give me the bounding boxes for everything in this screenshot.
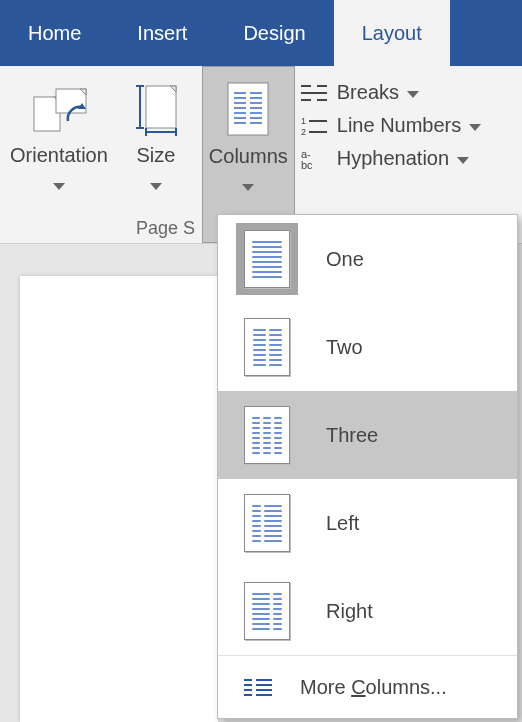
- tab-design[interactable]: Design: [215, 0, 333, 66]
- columns-option-one[interactable]: One: [218, 215, 517, 303]
- columns-right-icon: [236, 575, 298, 647]
- hyphenation-button[interactable]: a- bc Hyphenation: [295, 142, 486, 175]
- chevron-down-icon: [150, 173, 162, 196]
- columns-more-button[interactable]: More Columns...: [218, 656, 517, 718]
- ribbon-group-label: Page S: [136, 218, 195, 239]
- svg-marker-36: [407, 91, 419, 98]
- svg-marker-14: [150, 183, 162, 190]
- tab-label: Insert: [137, 22, 187, 45]
- hyphenation-icon: a- bc: [299, 148, 329, 170]
- svg-text:1: 1: [301, 116, 306, 126]
- columns-dropdown: One Two: [217, 214, 518, 719]
- hyphenation-label: Hyphenation: [337, 147, 449, 170]
- chevron-down-icon: [242, 174, 254, 197]
- columns-one-icon: [236, 223, 298, 295]
- more-columns-label: More Columns...: [300, 676, 447, 699]
- chevron-down-icon: [457, 147, 469, 170]
- tab-home[interactable]: Home: [0, 0, 109, 66]
- chevron-down-icon: [53, 173, 65, 196]
- breaks-icon: [299, 82, 329, 104]
- svg-marker-30: [242, 184, 254, 191]
- size-icon: [120, 74, 192, 142]
- breaks-button[interactable]: Breaks: [295, 76, 486, 109]
- line-numbers-label: Line Numbers: [337, 114, 462, 137]
- columns-option-three[interactable]: Three: [218, 391, 517, 479]
- chevron-down-icon: [407, 81, 419, 104]
- columns-two-icon: [236, 311, 298, 383]
- ribbon-tabbar: Home Insert Design Layout: [0, 0, 522, 66]
- document-page: [20, 276, 218, 722]
- more-columns-icon: [242, 677, 274, 697]
- tab-label: Home: [28, 22, 81, 45]
- tab-label: Layout: [362, 22, 422, 45]
- line-numbers-button[interactable]: 1 2 Line Numbers: [295, 109, 486, 142]
- columns-option-label: Three: [326, 424, 378, 447]
- columns-option-label: Right: [326, 600, 373, 623]
- svg-marker-44: [457, 157, 469, 164]
- svg-text:bc: bc: [301, 159, 313, 170]
- chevron-down-icon: [469, 114, 481, 137]
- columns-icon: [212, 75, 284, 143]
- svg-marker-41: [469, 124, 481, 131]
- columns-option-two[interactable]: Two: [218, 303, 517, 391]
- orientation-button[interactable]: Orientation: [0, 66, 114, 243]
- line-numbers-icon: 1 2: [299, 115, 329, 137]
- svg-text:2: 2: [301, 127, 306, 137]
- columns-option-left[interactable]: Left: [218, 479, 517, 567]
- orientation-icon: [23, 74, 95, 142]
- columns-option-label: Two: [326, 336, 363, 359]
- breaks-label: Breaks: [337, 81, 399, 104]
- columns-left-icon: [236, 487, 298, 559]
- orientation-label: Orientation: [10, 144, 108, 167]
- size-button[interactable]: Size: [114, 66, 198, 243]
- svg-marker-5: [53, 183, 65, 190]
- svg-rect-6: [146, 86, 176, 128]
- tab-label: Design: [243, 22, 305, 45]
- columns-label: Columns: [209, 145, 288, 168]
- columns-option-label: Left: [326, 512, 359, 535]
- columns-option-right[interactable]: Right: [218, 567, 517, 655]
- columns-option-label: One: [326, 248, 364, 271]
- size-label: Size: [136, 144, 175, 167]
- tab-layout[interactable]: Layout: [334, 0, 450, 66]
- tab-insert[interactable]: Insert: [109, 0, 215, 66]
- columns-three-icon: [236, 399, 298, 471]
